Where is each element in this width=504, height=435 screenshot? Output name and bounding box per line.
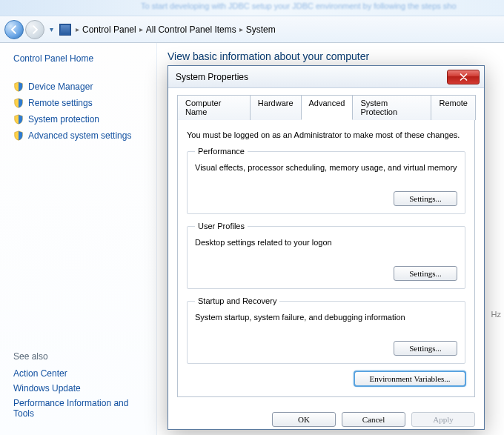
legend-performance: Performance xyxy=(195,147,248,156)
control-panel-icon xyxy=(59,24,71,36)
window-header-blur: To start developing with JDBC setup your… xyxy=(0,0,504,16)
apply-button[interactable]: Apply xyxy=(411,412,475,427)
background-text: Hz xyxy=(491,310,501,319)
see-also-action-center[interactable]: Action Center xyxy=(13,366,149,381)
breadcrumb: ▸ Control Panel ▸ All Control Panel Item… xyxy=(76,24,276,35)
tab-hardware[interactable]: Hardware xyxy=(250,95,302,120)
sidebar-item-label: Device Manager xyxy=(28,82,93,92)
settings-button-performance[interactable]: Settings... xyxy=(394,191,457,206)
see-also-performance-info[interactable]: Performance Information and Tools xyxy=(13,396,149,421)
breadcrumb-item[interactable]: Control Panel xyxy=(82,24,136,35)
breadcrumb-item[interactable]: All Control Panel Items xyxy=(146,24,236,35)
desc-performance: Visual effects, processor scheduling, me… xyxy=(195,163,457,172)
sidebar-item-label: Remote settings xyxy=(28,98,93,108)
tabstrip: Computer Name Hardware Advanced System P… xyxy=(177,94,475,120)
see-also-header: See also xyxy=(13,351,149,362)
environment-variables-button[interactable]: Environment Variables... xyxy=(354,371,465,386)
group-user-profiles: User Profiles Desktop settings related t… xyxy=(187,222,465,289)
legend-user-profiles: User Profiles xyxy=(195,222,248,230)
sidebar-item-label: Advanced system settings xyxy=(28,130,131,141)
dialog-titlebar[interactable]: System Properties xyxy=(168,66,484,88)
dialog-button-row: OK Cancel Apply xyxy=(168,405,484,434)
sidebar-item-advanced-system-settings[interactable]: Advanced system settings xyxy=(13,127,149,144)
dialog-title: System Properties xyxy=(176,72,248,82)
forward-button[interactable] xyxy=(25,20,44,39)
admin-note: You must be logged on as an Administrato… xyxy=(187,130,465,139)
see-also-section: See also Action Center Windows Update Pe… xyxy=(13,351,149,421)
sidebar-item-remote-settings[interactable]: Remote settings xyxy=(13,95,149,111)
group-performance: Performance Visual effects, processor sc… xyxy=(187,147,465,214)
history-chevron-icon[interactable]: ▾ xyxy=(46,20,56,39)
tab-panel-advanced: You must be logged on as an Administrato… xyxy=(177,120,475,397)
address-bar: ▾ ▸ Control Panel ▸ All Control Panel It… xyxy=(0,16,504,43)
sidebar-item-label: System protection xyxy=(28,114,99,124)
page-title: View basic information about your comput… xyxy=(168,50,504,62)
close-button[interactable] xyxy=(447,70,480,84)
settings-button-startup-recovery[interactable]: Settings... xyxy=(394,341,457,356)
desc-user-profiles: Desktop settings related to your logon xyxy=(195,238,457,247)
tab-computer-name[interactable]: Computer Name xyxy=(177,95,251,120)
legend-startup-recovery: Startup and Recovery xyxy=(195,296,279,305)
shield-icon xyxy=(13,114,24,124)
tab-system-protection[interactable]: System Protection xyxy=(352,95,431,120)
system-properties-dialog: System Properties Computer Name Hardware… xyxy=(168,65,485,430)
chevron-right-icon: ▸ xyxy=(139,25,143,33)
settings-button-user-profiles[interactable]: Settings... xyxy=(394,266,457,281)
sidebar-item-device-manager[interactable]: Device Manager xyxy=(13,79,149,95)
control-panel-home-link[interactable]: Control Panel Home xyxy=(13,53,149,64)
ok-button[interactable]: OK xyxy=(272,412,336,427)
shield-icon xyxy=(13,98,24,108)
chevron-right-icon: ▸ xyxy=(239,25,243,33)
group-startup-recovery: Startup and Recovery System startup, sys… xyxy=(187,296,465,364)
back-button[interactable] xyxy=(4,20,24,39)
shield-icon xyxy=(13,130,24,141)
breadcrumb-item[interactable]: System xyxy=(246,24,276,35)
sidebar: Control Panel Home Device Manager Remote… xyxy=(0,43,157,435)
tab-advanced[interactable]: Advanced xyxy=(301,95,354,120)
see-also-windows-update[interactable]: Windows Update xyxy=(13,381,149,396)
cancel-button[interactable]: Cancel xyxy=(342,412,405,427)
chevron-right-icon: ▸ xyxy=(76,25,79,33)
shield-icon xyxy=(13,82,24,92)
desc-startup-recovery: System startup, system failure, and debu… xyxy=(195,313,457,322)
sidebar-item-system-protection[interactable]: System protection xyxy=(13,111,149,127)
tab-remote[interactable]: Remote xyxy=(431,95,476,120)
